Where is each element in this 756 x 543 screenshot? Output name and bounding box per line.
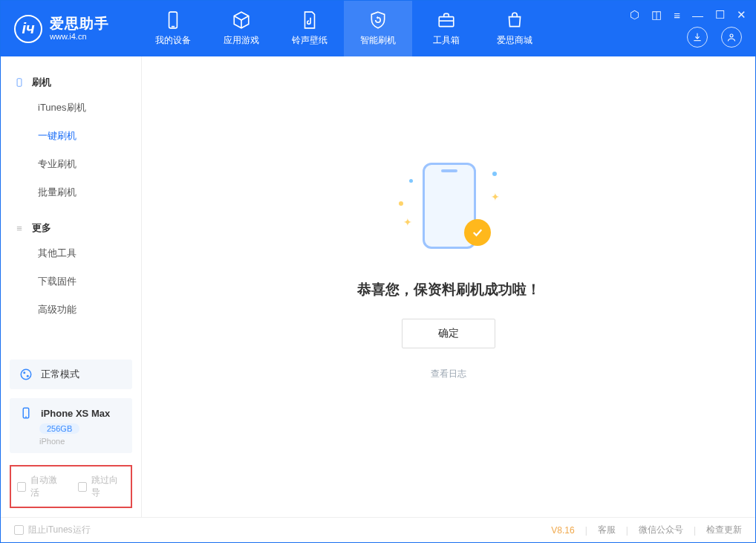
mode-card[interactable]: 正常模式 (10, 360, 132, 389)
ok-button[interactable]: 确定 (402, 319, 495, 348)
panel-icon[interactable]: ◫ (651, 8, 662, 22)
sidebar-item-itunes[interactable]: iTunes刷机 (1, 94, 141, 122)
checkbox-skip-guide[interactable]: 跳过向导 (78, 474, 126, 499)
device-storage-badge: 256GB (39, 423, 79, 434)
wechat-link[interactable]: 微信公众号 (639, 524, 683, 536)
sidebar-group-flash: 刷机 (1, 71, 141, 94)
checkbox-icon (78, 482, 87, 492)
brand-name: 爱思助手 (50, 16, 109, 32)
nav-store[interactable]: 爱思商城 (480, 1, 549, 56)
support-link[interactable]: 客服 (598, 524, 616, 536)
menu-icon[interactable]: ≡ (674, 9, 680, 22)
statusbar: 阻止iTunes运行 V8.16 | 客服 | 微信公众号 | 检查更新 (1, 517, 755, 542)
cube-icon (232, 10, 251, 30)
maximize-button[interactable]: ☐ (715, 8, 725, 22)
nav-label: 智能刷机 (360, 34, 396, 47)
top-nav: 我的设备 应用游戏 铃声壁纸 智能刷机 工具箱 爱思商城 (139, 1, 549, 56)
checkbox-label: 自动激活 (30, 474, 64, 499)
sidebar-item-batch[interactable]: 批量刷机 (1, 178, 141, 207)
body: 刷机 iTunes刷机 一键刷机 专业刷机 批量刷机 ≡ 更多 其他工具 下载固… (1, 56, 755, 517)
device-type: iPhone (39, 437, 65, 446)
sidebar-item-firmware[interactable]: 下载固件 (1, 267, 141, 296)
logo-icon: iч (14, 15, 42, 43)
sidebar-group-more: ≡ 更多 (1, 217, 141, 239)
nav-toolbox[interactable]: 工具箱 (412, 1, 480, 56)
checkbox-auto-activate[interactable]: 自动激活 (17, 474, 65, 499)
dot-icon (492, 172, 497, 176)
checkbox-icon (14, 525, 24, 535)
briefcase-icon (437, 10, 456, 30)
sidebar-item-advanced[interactable]: 高级功能 (1, 296, 141, 324)
sparkle-icon: ✦ (491, 191, 500, 203)
brand-logo: iч 爱思助手 www.i4.cn (14, 15, 109, 43)
separator: | (585, 525, 587, 536)
sidebar-item-pro[interactable]: 专业刷机 (1, 150, 141, 178)
success-message: 恭喜您，保资料刷机成功啦！ (357, 280, 541, 299)
mode-icon (19, 367, 33, 382)
separator: | (694, 525, 696, 536)
nav-label: 爱思商城 (497, 34, 532, 47)
bag-icon (505, 10, 524, 30)
minimize-button[interactable]: — (692, 9, 703, 22)
nav-label: 我的设备 (155, 34, 191, 47)
version-label: V8.16 (551, 525, 574, 536)
nav-ring-wall[interactable]: 铃声壁纸 (276, 1, 344, 56)
svg-rect-0 (169, 12, 177, 28)
nav-my-device[interactable]: 我的设备 (139, 1, 207, 56)
checkbox-icon (17, 482, 26, 492)
mode-label: 正常模式 (41, 368, 79, 381)
checkbox-label: 阻止iTunes运行 (28, 524, 91, 536)
sidebar: 刷机 iTunes刷机 一键刷机 专业刷机 批量刷机 ≡ 更多 其他工具 下载固… (1, 56, 142, 517)
svg-rect-5 (17, 79, 22, 87)
main-pane: ✦ ✦ 恭喜您，保资料刷机成功啦！ 确定 查看日志 (142, 56, 755, 517)
check-badge-icon (464, 219, 491, 246)
svg-point-4 (730, 34, 733, 37)
list-icon: ≡ (14, 223, 25, 233)
download-button[interactable] (687, 27, 708, 48)
device-phone-icon (19, 406, 33, 420)
dot-icon (409, 179, 413, 183)
titlebar: iч 爱思助手 www.i4.cn 我的设备 应用游戏 铃声壁纸 智能刷机 (1, 1, 755, 56)
group-label: 刷机 (32, 76, 51, 89)
titlebar-actions (687, 27, 742, 48)
dot-icon (399, 201, 403, 206)
separator: | (626, 525, 628, 536)
svg-point-7 (23, 371, 25, 374)
view-log-link[interactable]: 查看日志 (431, 368, 466, 380)
user-button[interactable] (721, 27, 742, 48)
group-label: 更多 (32, 221, 51, 235)
nav-smart-flash[interactable]: 智能刷机 (344, 1, 412, 56)
sparkle-icon: ✦ (403, 216, 412, 228)
sidebar-item-other[interactable]: 其他工具 (1, 239, 141, 267)
phone-icon (163, 10, 183, 30)
sidebar-item-oneclick[interactable]: 一键刷机 (1, 122, 141, 150)
checkbox-label: 跳过向导 (91, 474, 125, 499)
nav-apps-games[interactable]: 应用游戏 (207, 1, 276, 56)
checkbox-block-itunes[interactable]: 阻止iTunes运行 (14, 524, 91, 536)
device-card: iPhone XS Max 256GB iPhone (10, 398, 132, 453)
window-quick-controls: ⬡ ◫ ≡ — ☐ ✕ (630, 8, 746, 22)
device-icon (14, 77, 25, 88)
brand-url: www.i4.cn (50, 32, 109, 41)
app-window: iч 爱思助手 www.i4.cn 我的设备 应用游戏 铃声壁纸 智能刷机 (0, 0, 756, 543)
check-update-link[interactable]: 检查更新 (706, 524, 742, 536)
music-file-icon (300, 10, 319, 30)
options-box: 自动激活 跳过向导 (10, 465, 132, 508)
success-illustration: ✦ ✦ (393, 149, 504, 261)
close-button[interactable]: ✕ (737, 8, 746, 22)
svg-point-8 (27, 375, 29, 377)
svg-rect-2 (439, 17, 454, 27)
nav-label: 铃声壁纸 (292, 34, 328, 47)
nav-label: 应用游戏 (224, 34, 259, 47)
device-name: iPhone XS Max (41, 408, 110, 419)
shirt-icon[interactable]: ⬡ (630, 8, 639, 22)
shield-refresh-icon (368, 10, 388, 30)
nav-label: 工具箱 (433, 34, 460, 47)
svg-point-6 (21, 369, 31, 380)
